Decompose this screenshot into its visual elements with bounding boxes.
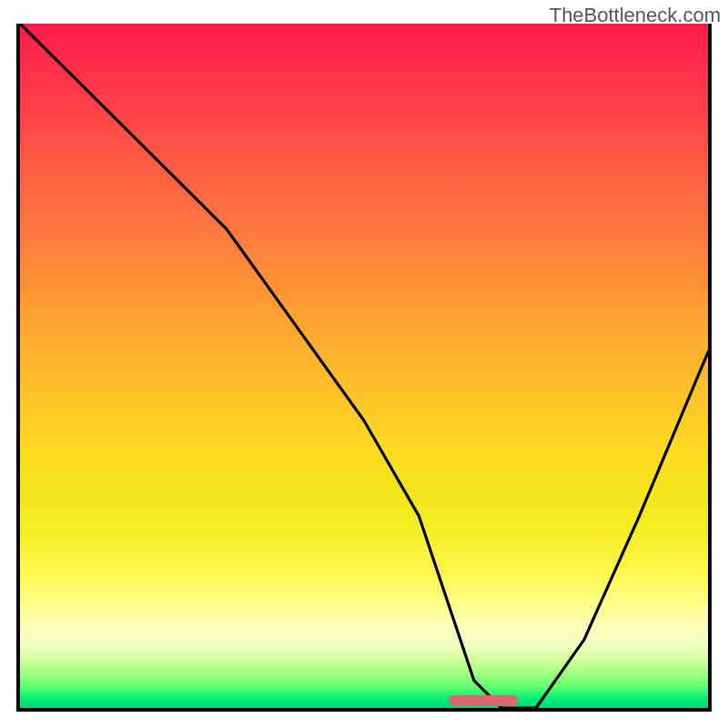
watermark-text: TheBottleneck.com xyxy=(550,4,721,27)
optimal-range-marker xyxy=(449,695,518,706)
chart-plot-area xyxy=(16,24,712,712)
chart-line xyxy=(20,24,708,708)
